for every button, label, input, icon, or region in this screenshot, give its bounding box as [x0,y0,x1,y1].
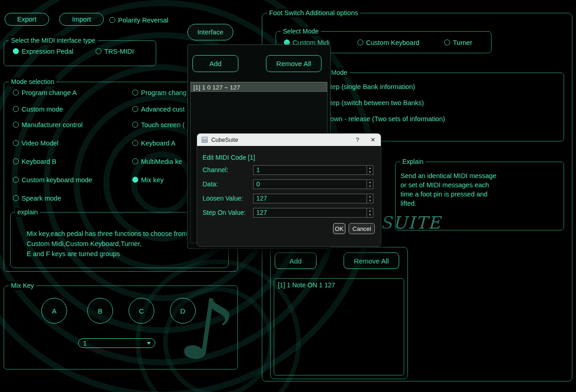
select-mode-turner[interactable]: Turner [444,39,472,46]
mode-label: MultiMedia ke [141,158,182,165]
note-list-item[interactable]: [1] 1 Note ON 1 127 [278,281,404,289]
trs-midi-option[interactable]: TRS-MIDI [96,47,134,55]
mode-explain-legend: explain [15,208,40,217]
mode-keyboard-a[interactable]: Keyboard A [132,139,175,147]
mode-radio[interactable] [132,90,138,95]
spinner-column: ▲ ▼ [367,208,373,217]
mode-radio[interactable] [13,140,19,146]
mode-explain-line: Custom Midi,Custom Keyboard,Turner, [27,239,141,249]
dialog-titlebar[interactable]: CubeSuite ? ✕ [197,134,381,146]
trs-midi-label: TRS-MIDI [104,48,134,55]
mode-mix-key[interactable]: Mix key [132,176,164,184]
import-button[interactable]: Import [59,13,104,26]
cancel-button[interactable]: Cancel [349,223,375,234]
mode-radio[interactable] [132,177,138,183]
polarity-reversal-option[interactable]: Polarity Reversal [109,16,169,24]
mode-label: Manufacturer control [22,121,83,129]
dialog-title: CubeSuite [211,137,238,143]
mode-radio[interactable] [132,140,138,146]
polarity-reversal-radio[interactable] [109,17,115,23]
channel-spinbox[interactable]: 1 ▲ ▼ [253,165,373,175]
mode-radio[interactable] [13,195,19,201]
bank-mode-legend: Mode [329,68,350,77]
mode-radio[interactable] [13,90,19,95]
mode-label: Keyboard B [22,158,56,165]
mode-touch-screen[interactable]: Touch screen ( [132,121,185,129]
mode-selection-legend: Mode selection [9,78,56,86]
close-icon[interactable]: ✕ [365,134,381,146]
bank-mode-option-3[interactable]: own - release (Two sets of information) [322,115,445,123]
mode-label: Mix key [141,176,164,184]
mode-custom-mode[interactable]: Custom mode [13,105,63,113]
loosen-value: 127 [256,194,267,203]
channel-value: 1 [256,166,260,174]
mode-program-change-a[interactable]: Program change A [13,89,77,96]
dialog-icon [202,137,208,143]
step-on-value: 127 [256,208,267,217]
app-window: ♪ SUITE Export Import Polarity Reversal … [0,0,576,392]
mode-speark-mode[interactable]: Speark mode [13,194,61,202]
spin-up-icon[interactable]: ▲ [367,194,373,199]
interface-button[interactable]: Interface [187,24,233,40]
bank-mode-option-2[interactable]: tep (switch between two Banks) [322,99,424,106]
spin-up-icon[interactable]: ▲ [367,208,373,213]
mode-program-change-b[interactable]: Program chang [132,89,186,96]
mode-advanced-custom[interactable]: Advanced cust [132,105,185,113]
mode-radio[interactable] [132,158,138,164]
select-mode-radio[interactable] [444,39,450,45]
ok-button[interactable]: OK [333,223,345,234]
mode-radio[interactable] [13,158,19,164]
bank-mode-label: tep (switch between two Banks) [330,99,424,106]
mode-radio[interactable] [132,122,138,128]
explain-line: time a foot pin is pressed and [401,190,487,198]
bank-mode-option-1[interactable]: tep (single Bank information) [322,83,415,90]
mode-radio[interactable] [13,122,19,128]
expression-pedal-label: Expression Pedal [22,48,73,55]
step-on-value-spinbox[interactable]: 127 ▲ ▼ [253,208,373,218]
midi-remove-all-button[interactable]: Remove All [266,55,322,72]
midi-add-button[interactable]: Add [192,55,238,72]
mode-label: Speark mode [22,195,61,202]
spin-up-icon[interactable]: ▲ [367,180,373,185]
mode-explain-line: Mix key,each pedal has three functions t… [27,229,187,239]
data-label: Data: [203,180,218,188]
spin-down-icon[interactable]: ▼ [367,170,373,175]
select-mode-custom-keyboard[interactable]: Custom Keyboard [357,39,419,46]
mode-label: Custom mode [22,106,63,113]
mode-manufacturer-control[interactable]: Manufacturer control [13,121,83,129]
spin-down-icon[interactable]: ▼ [367,199,373,203]
mode-radio[interactable] [13,177,19,183]
mix-key-legend: Mix Key [9,281,36,290]
mix-key-button-d[interactable]: D [170,298,196,324]
data-spinbox[interactable]: 0 ▲ ▼ [253,179,373,189]
select-mode-label: Custom Keyboard [366,39,419,46]
mix-key-button-c[interactable]: C [129,298,154,324]
mode-radio[interactable] [13,106,19,112]
mode-video-model[interactable]: Video Model [13,139,58,147]
data-value: 0 [256,180,260,189]
mode-custom-keyboard-mode[interactable]: Custom keyboard mode [13,176,92,184]
loosen-value-spinbox[interactable]: 127 ▲ ▼ [253,194,373,203]
mode-label: Video Model [22,140,58,147]
mode-multimedia-keyboard[interactable]: MultiMedia ke [132,157,182,165]
expression-pedal-option[interactable]: Expression Pedal [13,47,73,55]
mix-key-button-b[interactable]: B [87,298,113,324]
spin-down-icon[interactable]: ▼ [367,213,373,218]
export-button[interactable]: Export [5,13,49,26]
help-button[interactable]: ? [350,134,365,146]
step-on-value-label: Step On Value: [203,209,246,216]
spin-down-icon[interactable]: ▼ [367,185,373,189]
chevron-down-icon [147,342,151,345]
midi-code-list-item[interactable]: [1] 1 0 127 ~ 127 [191,82,327,92]
expression-pedal-radio[interactable] [13,48,19,54]
mode-keyboard-b[interactable]: Keyboard B [13,157,56,165]
mix-key-dropdown[interactable]: 1 [78,338,155,348]
note-list[interactable]: [1] 1 Note ON 1 127 [274,278,404,375]
select-mode-radio[interactable] [357,39,363,45]
mix-key-button-a[interactable]: A [41,298,67,324]
spin-up-icon[interactable]: ▲ [367,166,373,170]
trs-midi-radio[interactable] [96,48,102,54]
mode-radio[interactable] [132,106,138,112]
mode-explain-line: E and F keys are turned groups [27,249,120,259]
loosen-value-label: Loosen Value: [203,195,243,202]
